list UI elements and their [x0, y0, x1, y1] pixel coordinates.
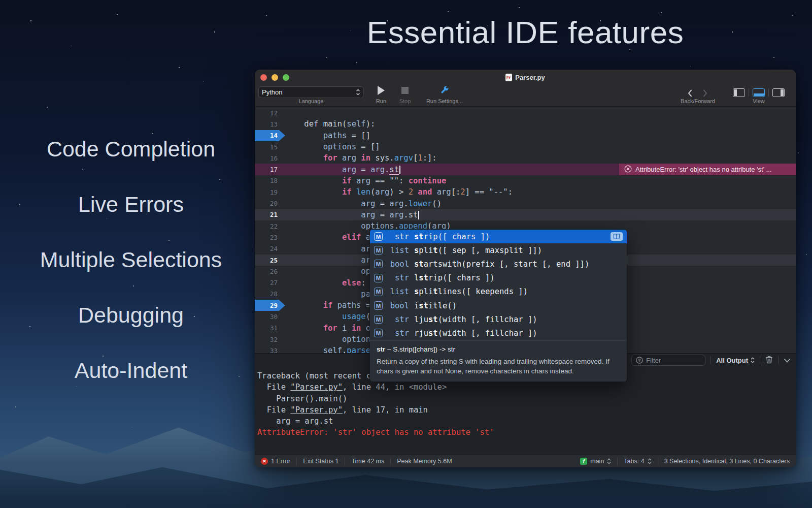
chevron-updown-icon	[356, 89, 360, 96]
method-badge-icon: M	[374, 232, 383, 241]
line-number[interactable]: 18	[255, 175, 285, 186]
autocomplete-item[interactable]: Mlistsplitlines([ keepends ])	[370, 285, 627, 299]
line-number[interactable]: 24	[255, 243, 285, 255]
autocomplete-item[interactable]: Mstrstrip([ chars ])	[370, 230, 627, 243]
code-text: usage()	[285, 312, 375, 321]
line-number[interactable]: 32	[255, 334, 285, 345]
autocomplete-item[interactable]: Mboolstartswith(prefix [, start [, end ]…	[370, 257, 627, 271]
chevron-down-icon	[784, 358, 791, 363]
method-signature: lstrip([ chars ])	[414, 273, 495, 282]
autocomplete-item[interactable]: Mstrrjust(width [, fillchar ])	[370, 326, 627, 340]
code-line[interactable]: 21 arg = arg.st	[255, 209, 796, 220]
autocomplete-popup: Mstrstrip([ chars ])Mlistsplit([ sep [, …	[369, 229, 627, 382]
autocomplete-item[interactable]: Mstrlstrip([ chars ])	[370, 271, 627, 285]
feature-item: Live Errors	[78, 194, 184, 215]
line-number[interactable]: 19	[255, 186, 285, 198]
line-number[interactable]: 29	[255, 300, 285, 311]
code-line[interactable]: 13 def main(self):	[255, 118, 796, 130]
code-line[interactable]: 20 arg = arg.lower()	[255, 198, 796, 209]
return-type: str	[386, 315, 409, 324]
view-right-panel-button[interactable]	[769, 88, 788, 97]
line-number[interactable]: 20	[255, 198, 285, 209]
toolbar: Python Language Run Stop Run Settings...…	[255, 85, 796, 107]
code-line[interactable]: 15 options = []	[255, 141, 796, 152]
run-label: Run	[371, 98, 391, 104]
line-number[interactable]: 27	[255, 277, 285, 288]
documentation-book-icon[interactable]	[611, 232, 623, 241]
text-cursor	[399, 166, 400, 174]
doc-description: Return a copy of the string S with leadi…	[377, 357, 620, 376]
line-number[interactable]: 15	[255, 141, 285, 152]
line-number[interactable]: 26	[255, 266, 285, 277]
language-select[interactable]: Python	[258, 86, 364, 98]
stop-label: Stop	[395, 98, 415, 104]
selection-info: 3 Selections, Identical, 3 Lines, 0 Char…	[658, 455, 796, 467]
line-number[interactable]: 16	[255, 152, 285, 164]
line-number[interactable]: 23	[255, 232, 285, 243]
run-settings-button[interactable]	[421, 86, 468, 96]
autocomplete-item[interactable]: Mstrljust(width [, fillchar ])	[370, 312, 627, 326]
console-line: AttributeError: 'str' object has no attr…	[257, 427, 796, 438]
method-badge-icon: M	[374, 301, 383, 310]
console-line: File "Parser.py", line 17, in main	[257, 404, 796, 416]
line-number[interactable]: 12	[255, 107, 285, 118]
code-text: def main(self):	[285, 119, 375, 129]
code-line[interactable]: 19 if len(arg) > 2 and arg[:2] == "--":	[255, 186, 796, 198]
clear-console-button[interactable]	[765, 356, 773, 365]
method-signature: istitle()	[414, 301, 457, 310]
code-line[interactable]: 18 if arg == "": continue	[255, 175, 796, 186]
view-left-panel-button[interactable]	[729, 88, 749, 97]
collapse-console-button[interactable]	[784, 357, 791, 364]
output-filter-select[interactable]: All Output	[716, 357, 755, 364]
error-annotation[interactable]: AttributeError: 'str' object has no attr…	[619, 164, 796, 175]
chevron-updown-icon	[607, 458, 611, 464]
method-signature: startswith(prefix [, start [, end ]])	[414, 260, 589, 269]
code-line[interactable]: 16 for arg in sys.argv[1:]:	[255, 152, 796, 164]
autocomplete-list: Mstrstrip([ chars ])Mlistsplit([ sep [, …	[370, 230, 627, 340]
return-type: str	[386, 273, 409, 282]
chevron-updown-icon	[648, 458, 652, 464]
stars-decoration-dim	[0, 0, 1, 1]
run-button[interactable]	[371, 86, 391, 97]
code-line[interactable]: 12	[255, 107, 796, 118]
method-signature: strip([ chars ])	[414, 232, 490, 241]
chevron-updown-icon	[751, 357, 755, 363]
doc-signature: str – S.strip([chars]) -> str	[377, 345, 620, 353]
line-number[interactable]: 25	[255, 255, 285, 266]
line-number[interactable]: 17	[255, 164, 285, 175]
line-number[interactable]: 28	[255, 289, 285, 300]
language-label: Language	[258, 98, 364, 104]
tabs-setting-select[interactable]: Tabs: 4	[618, 455, 657, 467]
method-signature: rjust(width [, fillchar ])	[414, 329, 537, 338]
code-line[interactable]: 14 paths = []	[255, 130, 796, 141]
view-bottom-panel-button[interactable]	[749, 88, 768, 97]
console-filter-input[interactable]: Filter	[631, 355, 705, 366]
code-text: if len(arg) > 2 and arg[:2] == "--":	[285, 187, 513, 197]
line-number[interactable]: 33	[255, 345, 285, 353]
stop-button[interactable]	[395, 86, 415, 96]
line-number[interactable]: 31	[255, 323, 285, 334]
autocomplete-doc-panel: str – S.strip([chars]) -> str Return a c…	[370, 340, 627, 382]
line-number[interactable]: 14	[255, 130, 285, 141]
console-line: File "Parser.py", line 44, in <module>	[257, 382, 796, 393]
return-type: bool	[386, 260, 409, 269]
git-branch-select[interactable]: f main	[574, 455, 617, 467]
error-count[interactable]: ✕ 1 Error	[255, 455, 296, 467]
python-file-icon: py	[505, 74, 512, 81]
window-titlebar: py Parser.py	[255, 70, 796, 85]
autocomplete-item[interactable]: Mboolistitle()	[370, 299, 627, 312]
right-panel-icon	[772, 88, 785, 97]
line-number[interactable]: 30	[255, 311, 285, 322]
file-link[interactable]: "Parser.py"	[290, 383, 343, 392]
run-settings-label: Run Settings...	[421, 98, 468, 104]
line-number[interactable]: 13	[255, 118, 285, 130]
trash-icon	[765, 356, 773, 364]
code-text: self.parse()	[285, 346, 380, 353]
line-number[interactable]: 21	[255, 209, 285, 220]
file-link[interactable]: "Parser.py"	[290, 405, 343, 415]
code-line[interactable]: 17 arg = arg.stAttributeError: 'str' obj…	[255, 164, 796, 175]
error-circle-icon	[624, 165, 632, 174]
status-item: Peak Memory 5.6M	[391, 455, 458, 467]
autocomplete-item[interactable]: Mlistsplit([ sep [, maxsplit ]])	[370, 243, 627, 257]
line-number[interactable]: 22	[255, 220, 285, 232]
